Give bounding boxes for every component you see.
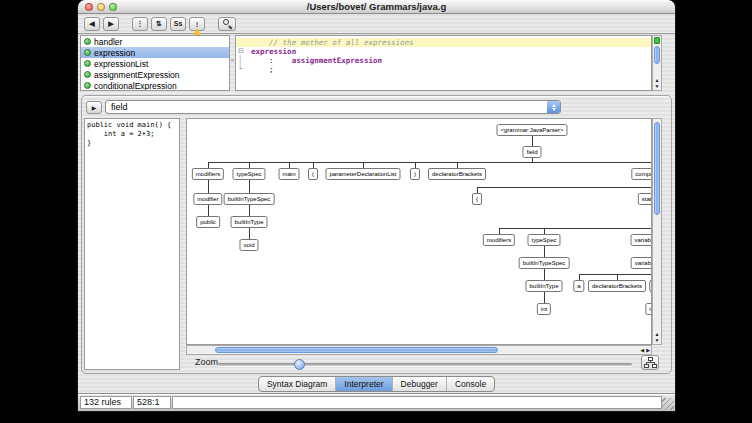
rule-label: assignmentExpression xyxy=(94,70,180,80)
fold-marker[interactable]: ⊟ xyxy=(238,47,249,56)
tree-horizontal-scrollbar[interactable]: ◀ ▶ xyxy=(186,345,652,355)
resize-grip[interactable] xyxy=(662,398,674,410)
search-icon xyxy=(222,18,233,29)
rules-list-button[interactable]: ⋮ xyxy=(132,17,148,31)
rule-item[interactable]: conditionalExpression xyxy=(81,80,229,91)
parse-tree-edges xyxy=(187,119,652,345)
window-controls xyxy=(85,3,117,11)
code-segment: ; xyxy=(251,65,274,74)
tree-node[interactable]: initializer xyxy=(645,303,652,315)
editor-scrollbar-arrows[interactable]: ▲ ▼ xyxy=(653,78,661,89)
tree-node[interactable]: declaratorBrackets xyxy=(428,168,486,180)
tree-node[interactable]: int xyxy=(537,303,551,315)
tree-vertical-scrollbar[interactable]: ▲ ▼ xyxy=(652,118,662,345)
rule-label: expressionList xyxy=(94,59,148,69)
tree-node[interactable]: parameterDeclarationList xyxy=(325,168,400,180)
tree-node[interactable]: main xyxy=(278,168,299,180)
tree-node[interactable]: ( xyxy=(308,168,318,180)
case-button[interactable]: Ss xyxy=(170,17,186,31)
zoom-button[interactable] xyxy=(109,3,117,11)
scroll-down-icon[interactable]: ▼ xyxy=(655,84,660,89)
tab-interpreter[interactable]: Interpreter xyxy=(335,377,391,391)
forward-button[interactable]: ▶ xyxy=(103,17,119,31)
tree-vscroll-arrows[interactable]: ▲ ▼ xyxy=(653,332,661,343)
tab-syntax-diagram[interactable]: Syntax Diagram xyxy=(259,377,335,391)
rule-item[interactable]: expressionList xyxy=(81,58,229,69)
tree-node[interactable]: modifier xyxy=(193,193,222,205)
interpreter-input[interactable]: public void main() { int a = 2+3;} xyxy=(84,118,180,370)
tree-node[interactable]: variableDeclarator xyxy=(631,257,652,269)
tree-node[interactable]: <grammar:JavaParser> xyxy=(496,124,567,136)
tree-node[interactable]: typeSpec xyxy=(527,234,560,246)
rule-state-icon xyxy=(84,60,91,67)
rule-item[interactable]: handler xyxy=(81,36,229,47)
editor-line[interactable]: │ : assignmentExpression xyxy=(236,56,651,65)
input-line: public void main() { xyxy=(87,121,179,130)
tree-node[interactable]: builtInType xyxy=(230,216,267,228)
title-bar[interactable]: /Users/bovet/ Grammars/java.g xyxy=(78,0,675,14)
back-button[interactable]: ◀ xyxy=(84,17,100,31)
forward-icon: ▶ xyxy=(108,20,113,27)
scroll-right-icon[interactable]: ▶ xyxy=(646,348,650,353)
editor-scrollbar-thumb[interactable] xyxy=(654,46,660,64)
tree-node[interactable]: modifiers xyxy=(483,234,515,246)
tab-debugger[interactable]: Debugger xyxy=(392,377,446,391)
tree-node[interactable]: void xyxy=(239,239,258,251)
grammar-editor[interactable]: // the mother of all expressions⊟express… xyxy=(235,35,652,91)
tree-node[interactable]: builtInTypeSpec xyxy=(224,193,275,205)
close-button[interactable] xyxy=(85,3,93,11)
warnings-button[interactable]: ! xyxy=(189,17,205,31)
toolbar: ◀ ▶ ⋮ ⇅ Ss ! xyxy=(78,14,675,34)
tab-bar: Syntax DiagramInterpreterDebuggerConsole xyxy=(258,376,495,392)
editor-line[interactable]: └ ; xyxy=(236,65,651,74)
tree-node[interactable]: builtInType xyxy=(525,280,562,292)
tree-icon xyxy=(644,357,657,368)
combobox-arrows-icon xyxy=(547,101,560,113)
code-segment: // the mother of all expressions xyxy=(251,38,414,47)
minimize-button[interactable] xyxy=(97,3,105,11)
tree-node[interactable]: typeSpec xyxy=(232,168,265,180)
sort-rules-button[interactable]: ⇅ xyxy=(151,17,167,31)
start-rule-combobox[interactable]: field xyxy=(105,100,561,114)
fold-marker[interactable]: └ xyxy=(238,65,249,74)
tree-node[interactable]: field xyxy=(522,146,541,158)
rules-count-cell: 132 rules xyxy=(80,396,132,409)
zoom-slider-thumb[interactable] xyxy=(294,359,305,370)
tree-layout-button[interactable] xyxy=(641,355,659,370)
scroll-left-icon[interactable]: ◀ xyxy=(640,348,644,353)
rules-list: handlerexpressionexpressionListassignmen… xyxy=(80,35,230,91)
zoom-label: Zoom xyxy=(195,357,218,367)
run-button[interactable]: ▶ xyxy=(86,101,102,114)
tree-hscroll-thumb[interactable] xyxy=(215,347,498,353)
rule-state-icon xyxy=(84,82,91,89)
status-filler-cell xyxy=(172,396,662,409)
input-line: int a = 2+3; xyxy=(87,130,179,139)
editor-line[interactable]: // the mother of all expressions xyxy=(236,38,651,47)
play-icon: ▶ xyxy=(92,104,97,111)
parse-tree-canvas[interactable]: <grammar:JavaParser>fieldmodifierstypeSp… xyxy=(186,118,652,345)
tree-node[interactable]: variableDefinitions xyxy=(630,234,652,246)
zoom-slider[interactable] xyxy=(218,363,632,366)
tree-node[interactable]: a xyxy=(573,280,584,292)
tree-node[interactable]: ) xyxy=(410,168,420,180)
start-rule-value: field xyxy=(106,101,547,113)
tree-node[interactable]: declaratorBrackets xyxy=(588,280,646,292)
tree-node[interactable]: statement xyxy=(638,193,652,205)
tree-hscroll-arrows[interactable]: ◀ ▶ xyxy=(640,346,650,354)
tree-node[interactable]: { xyxy=(472,193,482,205)
tree-node[interactable]: modifiers xyxy=(192,168,224,180)
rule-item[interactable]: assignmentExpression xyxy=(81,69,229,80)
rule-state-icon xyxy=(84,49,91,56)
fold-marker[interactable]: │ xyxy=(238,56,249,65)
warning-icon: ! xyxy=(192,19,203,29)
find-button[interactable] xyxy=(218,17,236,31)
tab-console[interactable]: Console xyxy=(446,377,494,391)
tree-vscroll-thumb[interactable] xyxy=(654,122,660,215)
editor-line[interactable]: ⊟expression xyxy=(236,47,651,56)
rule-item[interactable]: expression xyxy=(81,47,229,58)
tree-node[interactable]: public xyxy=(196,216,220,228)
tree-node[interactable]: builtInTypeSpec xyxy=(519,257,570,269)
editor-vertical-scrollbar[interactable]: ▲ ▼ xyxy=(652,35,662,91)
scroll-down-icon[interactable]: ▼ xyxy=(655,338,660,343)
tree-node[interactable]: compoundStatement xyxy=(631,168,652,180)
